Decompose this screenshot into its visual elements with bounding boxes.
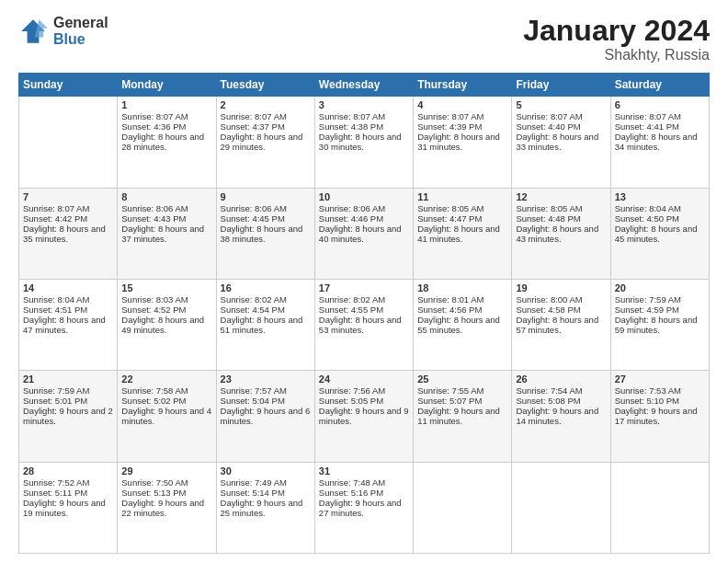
logo-text: General Blue [53, 15, 108, 47]
daylight-text: Daylight: 9 hours and 22 minutes. [121, 498, 204, 518]
day-number: 16 [221, 282, 311, 293]
calendar-week-5: 28Sunrise: 7:52 AMSunset: 5:11 PMDayligh… [19, 462, 710, 553]
daylight-text: Daylight: 9 hours and 25 minutes. [221, 498, 303, 518]
day-number: 23 [221, 373, 311, 385]
calendar-cell [19, 97, 118, 188]
sunset-text: Sunset: 5:16 PM [319, 488, 383, 498]
sunset-text: Sunset: 5:13 PM [121, 488, 186, 498]
day-number: 13 [615, 191, 705, 202]
day-number: 9 [221, 191, 311, 202]
calendar-cell: 28Sunrise: 7:52 AMSunset: 5:11 PMDayligh… [19, 462, 118, 553]
calendar-cell: 22Sunrise: 7:58 AMSunset: 5:02 PMDayligh… [118, 371, 216, 462]
sunrise-text: Sunrise: 7:49 AM [221, 477, 287, 488]
calendar-cell: 4Sunrise: 8:07 AMSunset: 4:39 PMDaylight… [414, 97, 512, 188]
sunrise-text: Sunrise: 8:07 AM [319, 111, 385, 121]
calendar-cell: 29Sunrise: 7:50 AMSunset: 5:13 PMDayligh… [118, 462, 216, 553]
logo-icon [18, 17, 48, 46]
day-number: 17 [319, 282, 409, 293]
sunset-text: Sunset: 5:11 PM [23, 488, 87, 498]
calendar-cell: 18Sunrise: 8:01 AMSunset: 4:56 PMDayligh… [414, 279, 512, 370]
sunrise-text: Sunrise: 7:56 AM [319, 385, 385, 396]
calendar-cell: 21Sunrise: 7:59 AMSunset: 5:01 PMDayligh… [19, 371, 118, 462]
daylight-text: Daylight: 8 hours and 51 minutes. [221, 315, 303, 335]
sunset-text: Sunset: 5:07 PM [417, 396, 482, 406]
calendar-cell: 1Sunrise: 8:07 AMSunset: 4:36 PMDaylight… [118, 97, 216, 188]
sunset-text: Sunset: 4:56 PM [417, 304, 482, 315]
daylight-text: Daylight: 8 hours and 34 minutes. [615, 132, 698, 152]
sunrise-text: Sunrise: 8:00 AM [516, 294, 582, 304]
col-wednesday: Wednesday [314, 74, 413, 97]
calendar-cell: 10Sunrise: 8:06 AMSunset: 4:46 PMDayligh… [314, 188, 413, 279]
daylight-text: Daylight: 9 hours and 19 minutes. [23, 498, 106, 518]
daylight-text: Daylight: 8 hours and 30 minutes. [319, 132, 402, 152]
calendar-cell: 12Sunrise: 8:05 AMSunset: 4:48 PMDayligh… [512, 188, 610, 279]
daylight-text: Daylight: 9 hours and 6 minutes. [221, 406, 311, 426]
day-number: 29 [121, 465, 211, 477]
calendar-cell: 23Sunrise: 7:57 AMSunset: 5:04 PMDayligh… [216, 371, 314, 462]
daylight-text: Daylight: 9 hours and 11 minutes. [417, 406, 500, 426]
sunset-text: Sunset: 4:59 PM [615, 304, 679, 315]
day-number: 28 [23, 465, 113, 477]
calendar-cell: 24Sunrise: 7:56 AMSunset: 5:05 PMDayligh… [314, 371, 413, 462]
day-number: 12 [516, 191, 606, 202]
calendar-cell: 26Sunrise: 7:54 AMSunset: 5:08 PMDayligh… [512, 371, 610, 462]
sunrise-text: Sunrise: 8:04 AM [615, 203, 681, 213]
daylight-text: Daylight: 9 hours and 4 minutes. [121, 406, 211, 426]
logo: General Blue [18, 15, 108, 47]
sunrise-text: Sunrise: 7:59 AM [615, 294, 681, 304]
calendar-cell: 31Sunrise: 7:48 AMSunset: 5:16 PMDayligh… [314, 462, 413, 553]
calendar-week-4: 21Sunrise: 7:59 AMSunset: 5:01 PMDayligh… [19, 371, 710, 462]
daylight-text: Daylight: 8 hours and 45 minutes. [615, 224, 698, 244]
sunset-text: Sunset: 4:46 PM [319, 213, 383, 224]
sunrise-text: Sunrise: 8:07 AM [121, 111, 188, 121]
sunset-text: Sunset: 5:05 PM [319, 396, 383, 406]
calendar-cell: 2Sunrise: 8:07 AMSunset: 4:37 PMDaylight… [216, 97, 314, 188]
calendar-cell: 17Sunrise: 8:02 AMSunset: 4:55 PMDayligh… [314, 279, 413, 370]
logo-general-text: General [53, 15, 108, 31]
calendar-cell: 13Sunrise: 8:04 AMSunset: 4:50 PMDayligh… [610, 188, 709, 279]
calendar-week-3: 14Sunrise: 8:04 AMSunset: 4:51 PMDayligh… [19, 279, 710, 370]
header: General Blue January 2024 Shakhty, Russi… [18, 15, 710, 63]
day-number: 11 [417, 191, 507, 202]
sunrise-text: Sunrise: 7:58 AM [121, 385, 188, 396]
col-friday: Friday [512, 74, 610, 97]
sunrise-text: Sunrise: 8:02 AM [319, 294, 385, 304]
daylight-text: Daylight: 9 hours and 17 minutes. [615, 406, 698, 426]
title-location: Shakhty, Russia [523, 47, 710, 63]
daylight-text: Daylight: 9 hours and 14 minutes. [516, 406, 598, 426]
day-number: 15 [121, 282, 211, 293]
sunrise-text: Sunrise: 8:01 AM [417, 294, 483, 304]
daylight-text: Daylight: 8 hours and 33 minutes. [516, 132, 598, 152]
calendar-cell: 5Sunrise: 8:07 AMSunset: 4:40 PMDaylight… [512, 97, 610, 188]
sunrise-text: Sunrise: 8:06 AM [121, 203, 188, 213]
daylight-text: Daylight: 8 hours and 37 minutes. [121, 224, 204, 244]
sunset-text: Sunset: 4:42 PM [23, 213, 87, 224]
calendar-cell: 16Sunrise: 8:02 AMSunset: 4:54 PMDayligh… [216, 279, 314, 370]
sunset-text: Sunset: 4:50 PM [615, 213, 679, 224]
sunset-text: Sunset: 4:37 PM [221, 121, 285, 132]
sunrise-text: Sunrise: 8:03 AM [121, 294, 188, 304]
sunrise-text: Sunrise: 8:02 AM [221, 294, 287, 304]
calendar-week-1: 1Sunrise: 8:07 AMSunset: 4:36 PMDaylight… [19, 97, 710, 188]
page: General Blue January 2024 Shakhty, Russi… [0, 0, 728, 563]
calendar-cell: 25Sunrise: 7:55 AMSunset: 5:07 PMDayligh… [414, 371, 512, 462]
sunrise-text: Sunrise: 7:50 AM [121, 477, 188, 488]
calendar-cell: 3Sunrise: 8:07 AMSunset: 4:38 PMDaylight… [314, 97, 413, 188]
sunrise-text: Sunrise: 8:07 AM [516, 111, 582, 121]
logo-blue-text: Blue [53, 31, 108, 48]
day-number: 5 [516, 99, 606, 110]
calendar-table: Sunday Monday Tuesday Wednesday Thursday… [18, 73, 710, 554]
sunrise-text: Sunrise: 7:57 AM [221, 385, 287, 396]
sunset-text: Sunset: 5:08 PM [516, 396, 580, 406]
day-number: 2 [221, 99, 311, 110]
calendar-header-row: Sunday Monday Tuesday Wednesday Thursday… [19, 74, 710, 97]
calendar-week-2: 7Sunrise: 8:07 AMSunset: 4:42 PMDaylight… [19, 188, 710, 279]
day-number: 7 [23, 191, 113, 202]
daylight-text: Daylight: 9 hours and 2 minutes. [23, 406, 113, 426]
sunset-text: Sunset: 4:45 PM [221, 213, 285, 224]
daylight-text: Daylight: 8 hours and 29 minutes. [221, 132, 303, 152]
daylight-text: Daylight: 8 hours and 38 minutes. [221, 224, 303, 244]
day-number: 19 [516, 282, 606, 293]
daylight-text: Daylight: 9 hours and 27 minutes. [319, 498, 402, 518]
calendar-cell: 30Sunrise: 7:49 AMSunset: 5:14 PMDayligh… [216, 462, 314, 553]
